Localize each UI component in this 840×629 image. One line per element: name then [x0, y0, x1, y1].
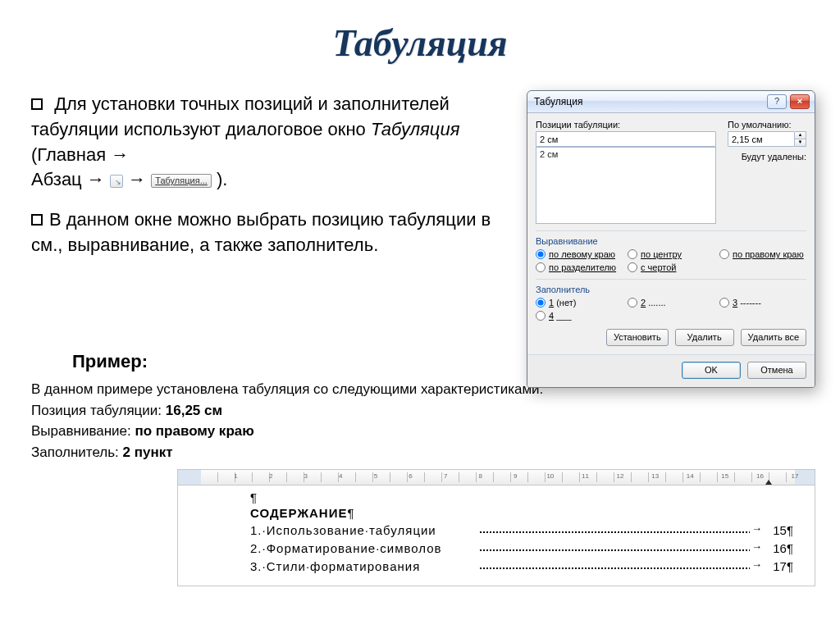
bullet-1: Для установки точных позиций и заполните…	[31, 92, 507, 193]
example-heading: Пример:	[72, 351, 148, 372]
bullet-1-text-b: (Главная	[31, 144, 111, 165]
leader-1-radio[interactable]: 1 (нет)	[536, 298, 623, 308]
ruler-tick: 3	[304, 472, 308, 480]
align-separator-radio[interactable]: по разделителю	[536, 262, 623, 272]
spinner-down-icon[interactable]: ▼	[795, 139, 806, 147]
tab-stop-icon	[765, 480, 772, 485]
leader-3-radio[interactable]: 3 -------	[719, 298, 806, 308]
example-line-4-label: Заполнитель:	[31, 444, 123, 460]
ruler-tick: 4	[339, 472, 342, 480]
set-button[interactable]: Установить	[606, 329, 669, 346]
alignment-group-label: Выравнивание	[536, 230, 806, 246]
example-block: В данном примере установлена табуляция с…	[31, 379, 543, 463]
toc-text: 3.·Стили·форматирования	[250, 559, 420, 573]
dialog-title: Табуляция	[532, 96, 764, 107]
ruler-tick: 10	[546, 472, 554, 480]
dot-leader	[480, 549, 764, 551]
ruler-tick: 16	[756, 472, 764, 480]
ruler-tick: 2	[269, 472, 272, 480]
example-line-1: В данном примере установлена табуляция с…	[31, 379, 543, 400]
bullet-icon	[31, 98, 43, 110]
leader-2-radio[interactable]: 2 .......	[628, 298, 714, 308]
sample-heading: СОДЕРЖАНИЕ	[250, 506, 815, 520]
ruler: 1234567891011121314151617	[178, 470, 815, 485]
bullet-1-close: ).	[217, 169, 227, 189]
delete-button[interactable]: Удалить	[675, 329, 734, 346]
bullet-icon	[31, 214, 43, 226]
toc-line: 3.·Стили·форматирования→17	[250, 559, 793, 577]
tabulation-button-illustration: Табуляция...	[151, 174, 212, 188]
ruler-tick: 12	[617, 472, 624, 480]
slide-title: Табуляция	[0, 0, 840, 65]
paragraph-mark-icon: ¶	[250, 490, 815, 504]
close-button[interactable]: ×	[790, 94, 810, 109]
default-input[interactable]	[728, 131, 795, 147]
toc-page: 17	[773, 559, 793, 573]
dot-leader	[480, 567, 764, 569]
tabulation-dialog: Табуляция ? × Позиции табуляции: 2 см По…	[527, 90, 815, 388]
toc-line: 2.·Форматирование·символов→16	[250, 541, 793, 559]
positions-label: Позиции табуляции:	[536, 120, 716, 130]
list-item[interactable]: 2 см	[540, 149, 712, 159]
cancel-button[interactable]: Отмена	[747, 362, 806, 379]
align-right-radio[interactable]: по правому краю	[719, 249, 806, 259]
ruler-tick: 7	[444, 472, 447, 480]
dialog-launcher-icon	[110, 175, 123, 188]
toc-text: 1.·Использование·табуляции	[250, 523, 436, 537]
bullet-1-italic: Табуляция	[371, 119, 460, 139]
toc-text: 2.·Форматирование·символов	[250, 541, 442, 555]
ruler-tick: 5	[374, 472, 377, 480]
ruler-tick: 1	[234, 472, 237, 480]
delete-all-button[interactable]: Удалить все	[741, 329, 806, 346]
example-line-2-value: 16,25 см	[166, 403, 222, 418]
ruler-tick: 13	[651, 472, 659, 480]
ruler-tick: 6	[409, 472, 412, 480]
ruler-tick: 11	[582, 472, 589, 480]
dot-leader	[480, 531, 764, 533]
dialog-titlebar[interactable]: Табуляция ? ×	[527, 91, 815, 113]
bullet-2-text: В данном окне можно выбрать позицию табу…	[31, 209, 491, 255]
tab-arrow-icon: →	[750, 522, 764, 535]
ok-button[interactable]: OK	[682, 362, 741, 379]
position-input[interactable]	[536, 131, 716, 147]
tab-arrow-icon: →	[750, 540, 764, 553]
spinner-up-icon[interactable]: ▲	[795, 131, 806, 139]
toc-page: 15	[773, 523, 793, 537]
help-button[interactable]: ?	[767, 94, 787, 109]
will-delete-label: Будут удалены:	[728, 152, 806, 162]
example-line-3-label: Выравнивание:	[31, 423, 135, 439]
leader-group-label: Заполнитель	[536, 279, 806, 294]
arrow-icon: →	[87, 169, 105, 189]
example-line-2-label: Позиция табуляции:	[31, 403, 166, 418]
leader-4-radio[interactable]: 4 ___	[536, 311, 623, 321]
toc-page: 16	[773, 541, 793, 555]
align-center-radio[interactable]: по центру	[628, 249, 714, 259]
example-line-4-value: 2 пункт	[123, 444, 173, 460]
tab-arrow-icon: →	[750, 558, 764, 571]
align-bar-radio[interactable]: с чертой	[628, 262, 714, 272]
positions-listbox[interactable]: 2 см	[536, 147, 716, 224]
ruler-tick: 8	[478, 472, 482, 480]
ruler-tick: 14	[687, 472, 694, 480]
bullet-1-abzac: Абзац	[31, 169, 87, 189]
ruler-tick: 9	[514, 472, 517, 480]
default-label: По умолчанию:	[728, 120, 806, 130]
align-left-radio[interactable]: по левому краю	[536, 249, 623, 259]
arrow-icon: →	[128, 169, 151, 189]
example-line-3-value: по правому краю	[135, 423, 253, 439]
toc-line: 1.·Использование·табуляции→15	[250, 523, 793, 541]
arrow-icon: →	[111, 144, 129, 165]
ruler-tick: 15	[721, 472, 728, 480]
ruler-tick: 17	[792, 472, 799, 480]
bullet-2: В данном окне можно выбрать позицию табу…	[31, 207, 507, 258]
word-sample: 1234567891011121314151617 ¶ СОДЕРЖАНИЕ 1…	[177, 469, 815, 586]
